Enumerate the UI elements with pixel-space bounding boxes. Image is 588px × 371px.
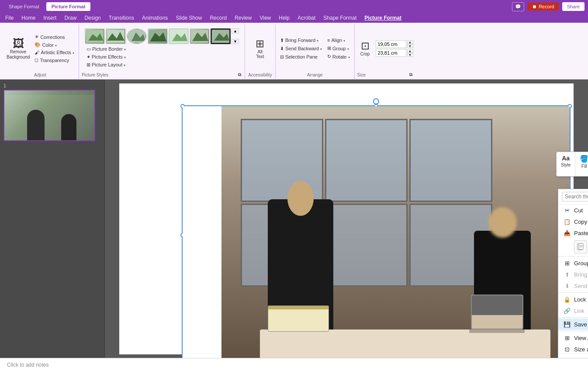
format-picture-icon: 🖼 xyxy=(564,357,571,358)
copy-label: Copy xyxy=(574,218,587,225)
main-area: 1 xyxy=(0,80,588,358)
tab-shape-format[interactable]: Shape Format xyxy=(3,2,45,11)
context-cut[interactable]: ✂ Cut xyxy=(558,205,588,216)
menu-insert[interactable]: Insert xyxy=(40,14,60,22)
width-input[interactable] xyxy=(376,49,406,57)
crop-icon: ⊡ xyxy=(361,41,370,51)
menu-view[interactable]: View xyxy=(256,14,274,22)
group-button[interactable]: ⊞ Group ▾ xyxy=(325,45,351,52)
crop-button[interactable]: ⊡ Crop xyxy=(357,39,373,58)
float-fill-button[interactable]: 🪣 Fill xyxy=(575,152,588,176)
size-expand[interactable]: ⧉ xyxy=(408,71,413,78)
style-7[interactable] xyxy=(211,28,231,44)
selected-image[interactable] xyxy=(182,105,571,358)
context-group[interactable]: ⊞ Group › xyxy=(558,257,588,269)
menu-file[interactable]: File xyxy=(2,14,17,22)
remove-background-button[interactable]: 🖼 RemoveBackground xyxy=(4,36,32,61)
rotate-button[interactable]: ↻ Rotate ▾ xyxy=(325,53,351,60)
menu-animations[interactable]: Animations xyxy=(138,14,171,22)
style-6[interactable] xyxy=(190,28,210,44)
menu-slideshow[interactable]: Slide Show xyxy=(172,14,205,22)
float-toolbar: Aa Style 🪣 Fill Outline 💬 NewComment xyxy=(556,152,588,177)
picture-border-button[interactable]: ▭ Picture Border ▾ xyxy=(85,45,239,53)
binder xyxy=(268,305,329,332)
bring-front-icon: ⬆ xyxy=(564,271,571,278)
group-ctx-label: Group xyxy=(574,260,588,267)
menu-home[interactable]: Home xyxy=(18,14,39,22)
menu-help[interactable]: Help xyxy=(275,14,293,22)
cut-label: Cut xyxy=(574,207,583,214)
styles-scroll-up[interactable]: ▲ xyxy=(232,28,239,34)
rotate-icon: ↻ xyxy=(327,54,331,59)
send-backward-button[interactable]: ⬇ Send Backward ▾ xyxy=(278,45,324,52)
bring-forward-icon: ⬆ xyxy=(280,38,284,43)
styles-content: ▲ ▼ ▭ Picture Border ▾ ✦ Picture Effects… xyxy=(85,25,239,71)
menu-record[interactable]: Record xyxy=(206,14,230,22)
menu-draw[interactable]: Draw xyxy=(61,14,80,22)
align-button[interactable]: ≡ Align ▾ xyxy=(325,37,351,44)
style-5[interactable] xyxy=(169,28,189,44)
corrections-icon: ☀ xyxy=(35,34,39,40)
format-picture-label: Format Picture... xyxy=(574,357,588,358)
artistic-icon: 🖌 xyxy=(35,50,39,55)
style-4[interactable] xyxy=(148,28,168,44)
corrections-button[interactable]: ☀ Corrections xyxy=(33,33,76,41)
width-down[interactable]: ▼ xyxy=(407,53,413,57)
artistic-effects-button[interactable]: 🖌 Artistic Effects ▾ xyxy=(33,49,76,56)
rotate-handle[interactable] xyxy=(373,98,379,104)
style-2[interactable] xyxy=(106,28,126,44)
fill-label: Fill xyxy=(581,164,587,169)
color-button[interactable]: 🎨 Color ▾ xyxy=(33,41,76,49)
alt-text-icon: ⊞ xyxy=(256,38,264,49)
style-3[interactable] xyxy=(127,28,147,44)
height-up[interactable]: ▲ xyxy=(407,40,413,44)
size-position-icon: ⊡ xyxy=(564,346,571,353)
comment-button[interactable]: 💬 xyxy=(512,2,524,11)
ribbon-content: 🖼 RemoveBackground ☀ Corrections 🎨 Color… xyxy=(0,23,588,79)
menu-transitions[interactable]: Transitions xyxy=(105,14,138,22)
height-down[interactable]: ▼ xyxy=(407,44,413,48)
picture-effects-button[interactable]: ✦ Picture Effects ▾ xyxy=(85,53,239,61)
width-up[interactable]: ▲ xyxy=(407,49,413,53)
tab-picture-format[interactable]: Picture Format xyxy=(46,2,91,11)
menu-picture-format[interactable]: Picture Format xyxy=(361,14,405,22)
style-label: Style xyxy=(561,163,571,167)
share-button[interactable]: Share xyxy=(562,2,585,11)
record-button[interactable]: ⏺ Record xyxy=(528,3,558,10)
selection-pane-button[interactable]: ⊟ Selection Pane xyxy=(278,53,324,61)
context-link: 🔗 Link |› xyxy=(558,305,588,316)
menu-acrobat[interactable]: Acrobat xyxy=(294,14,319,22)
menu-review[interactable]: Review xyxy=(231,14,255,22)
align-icon: ≡ xyxy=(327,38,330,43)
context-view-alt-text[interactable]: ⊞ View Alt Text... xyxy=(558,332,588,343)
paste-option-1[interactable] xyxy=(574,240,587,253)
styles-scroll-down[interactable]: ▼ xyxy=(232,39,239,44)
ctx-divider-4 xyxy=(558,331,588,331)
notes-placeholder[interactable]: Click to add notes xyxy=(7,362,48,368)
context-format-picture[interactable]: 🖼 Format Picture... xyxy=(558,355,588,358)
picture-layout-button[interactable]: ⊞ Picture Layout ▾ xyxy=(85,61,239,69)
notes-bar: Click to add notes xyxy=(0,358,588,371)
bring-forward-button[interactable]: ⬆ Bring Forward ▾ xyxy=(278,37,324,44)
slide-panel: 1 xyxy=(0,80,105,358)
context-lock[interactable]: 🔒 Lock xyxy=(558,294,588,305)
menu-design[interactable]: Design xyxy=(81,14,104,22)
window-pane xyxy=(409,119,492,202)
fill-icon: 🪣 xyxy=(580,155,588,163)
context-search-input[interactable] xyxy=(562,192,588,201)
height-input[interactable] xyxy=(376,40,406,48)
send-back-icon: ⬇ xyxy=(564,282,571,289)
arrange-label: Arrange xyxy=(307,72,323,78)
alt-text-button[interactable]: ⊞ AltText xyxy=(252,37,268,60)
styles-expand[interactable]: ⧉ xyxy=(237,71,242,78)
context-copy[interactable]: 📋 Copy xyxy=(558,216,588,227)
table xyxy=(260,329,550,358)
slide-thumbnail[interactable] xyxy=(3,90,95,141)
context-save-as-picture[interactable]: 💾 Save as Picture... xyxy=(558,319,588,330)
menu-shape-format[interactable]: Shape Format xyxy=(320,14,360,22)
context-size-position[interactable]: ⊡ Size and Position... xyxy=(558,343,588,355)
lock-icon: 🔒 xyxy=(564,296,571,303)
style-1[interactable] xyxy=(85,28,105,44)
transparency-button[interactable]: ◻ Transparency xyxy=(33,56,76,64)
float-style-button[interactable]: Aa Style xyxy=(557,152,575,176)
